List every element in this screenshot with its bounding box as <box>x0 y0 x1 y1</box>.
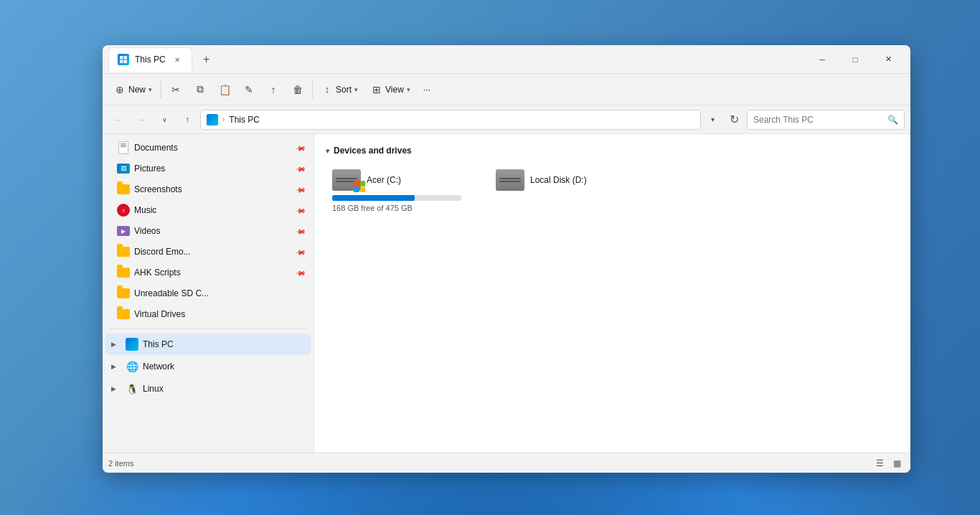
forward-button[interactable]: → <box>131 110 151 130</box>
drive-item-d[interactable]: Local Disk (D:) <box>489 163 647 219</box>
address-separator: › <box>222 115 225 123</box>
new-button[interactable]: ⊕ New ▾ <box>108 81 158 98</box>
address-path: This PC <box>229 115 260 125</box>
title-bar: This PC ✕ + ─ □ ✕ <box>103 45 910 74</box>
tab-close-button[interactable]: ✕ <box>171 54 183 65</box>
copy-button[interactable]: ⧉ <box>189 81 212 98</box>
address-bar: ← → ∨ ↑ › This PC ▾ ↻ 🔍 <box>103 105 910 134</box>
linux-chevron: ▶ <box>111 385 121 392</box>
search-icon: 🔍 <box>887 115 898 125</box>
share-icon: ↑ <box>268 84 279 95</box>
up-button[interactable]: ↑ <box>177 110 197 130</box>
drive-d-icon-container <box>496 169 524 191</box>
new-chevron: ▾ <box>149 86 152 93</box>
cut-icon: ✂ <box>170 84 182 95</box>
tab-strip: This PC ✕ + <box>108 45 806 73</box>
sidebar-videos-label: Videos <box>134 226 292 236</box>
address-input[interactable]: › This PC <box>200 110 701 130</box>
content-area: ▾ Devices and drives <box>314 134 910 453</box>
sidebar-item-discord-emo[interactable]: Discord Emo... 📌 <box>105 242 311 262</box>
new-label: New <box>128 85 146 95</box>
drive-d-header: Local Disk (D:) <box>496 169 641 191</box>
search-box[interactable]: 🔍 <box>747 110 905 130</box>
refresh-button[interactable]: ↻ <box>724 110 744 130</box>
grid-view-button[interactable]: ▦ <box>889 455 905 471</box>
sort-label: Sort <box>336 85 352 95</box>
sidebar-item-music[interactable]: ♪ Music 📌 <box>105 200 311 220</box>
svg-rect-3 <box>124 60 128 64</box>
svg-rect-0 <box>120 56 123 60</box>
search-input[interactable] <box>753 115 883 125</box>
sidebar-ahk-scripts-label: AHK Scripts <box>134 268 292 278</box>
sidebar-item-screenshots[interactable]: Screenshots 📌 <box>105 179 311 199</box>
main-area: Documents 📌 🖼 Pictures 📌 Screenshots 📌 <box>103 134 910 453</box>
view-button[interactable]: ⊞ View ▾ <box>365 81 416 98</box>
list-view-button[interactable]: ☰ <box>872 455 887 471</box>
windows-logo-icon <box>354 181 365 192</box>
maximize-button[interactable]: □ <box>839 48 872 71</box>
pin-icon-pictures: 📌 <box>295 163 306 174</box>
sidebar-screenshots-label: Screenshots <box>134 184 292 194</box>
pin-icon-ahk: 📌 <box>295 267 306 278</box>
address-dropdown-icon: ▾ <box>711 115 715 123</box>
sidebar-network-label: Network <box>143 362 305 372</box>
close-button[interactable]: ✕ <box>872 48 905 71</box>
sidebar-item-ahk-scripts[interactable]: AHK Scripts 📌 <box>105 263 311 283</box>
sidebar-item-linux[interactable]: ▶ 🐧 Linux <box>105 378 311 400</box>
documents-icon <box>117 141 130 154</box>
toolbar-sep-1 <box>161 81 161 98</box>
refresh-icon: ↻ <box>730 113 739 126</box>
sidebar-item-videos[interactable]: ▶ Videos 📌 <box>105 221 311 241</box>
sidebar-linux-label: Linux <box>143 384 305 394</box>
sidebar-item-this-pc[interactable]: ▶ This PC <box>105 334 311 355</box>
section-collapse-chevron[interactable]: ▾ <box>326 147 329 155</box>
minimize-button[interactable]: ─ <box>806 48 839 71</box>
toolbar-sep-2 <box>312 81 313 98</box>
drive-c-name: Acer (C:) <box>367 175 477 185</box>
screenshots-icon <box>117 183 130 196</box>
win-logo-yellow <box>360 187 366 193</box>
rename-button[interactable]: ✎ <box>237 81 260 98</box>
tab-this-pc-label: This PC <box>135 55 166 65</box>
pin-icon-music: 📌 <box>295 204 306 216</box>
sidebar-unreadable-sd-label: Unreadable SD C... <box>134 288 305 298</box>
more-label: ··· <box>423 85 430 95</box>
sidebar-item-documents[interactable]: Documents 📌 <box>105 138 311 158</box>
toolbar: ⊕ New ▾ ✂ ⧉ 📋 ✎ ↑ 🗑 ↕ Sort ▾ ⊞ <box>103 74 910 105</box>
item-count: 2 items <box>108 459 133 468</box>
dropdown-history-button[interactable]: ∨ <box>154 110 174 130</box>
win-logo-blue <box>354 187 359 193</box>
music-icon: ♪ <box>117 204 130 217</box>
view-chevron: ▾ <box>407 86 410 93</box>
tab-this-pc[interactable]: This PC ✕ <box>108 47 192 72</box>
drive-c-hdd-line-1 <box>336 178 357 179</box>
sidebar-item-pictures[interactable]: 🖼 Pictures 📌 <box>105 159 311 179</box>
back-icon: ← <box>114 115 123 125</box>
sidebar: Documents 📌 🖼 Pictures 📌 Screenshots 📌 <box>103 134 314 453</box>
svg-rect-1 <box>124 56 128 60</box>
pin-icon: 📌 <box>295 142 306 153</box>
cut-button[interactable]: ✂ <box>164 81 187 98</box>
share-button[interactable]: ↑ <box>262 81 285 98</box>
more-button[interactable]: ··· <box>418 82 436 98</box>
delete-icon: 🗑 <box>292 84 303 95</box>
sort-button[interactable]: ↕ Sort ▾ <box>316 81 364 98</box>
rename-icon: ✎ <box>243 84 255 95</box>
sidebar-item-unreadable-sd[interactable]: Unreadable SD C... <box>105 283 311 303</box>
add-tab-button[interactable]: + <box>195 48 218 71</box>
back-button[interactable]: ← <box>108 110 128 130</box>
this-pc-icon <box>126 338 138 351</box>
sidebar-item-virtual-drives[interactable]: Virtual Drives <box>105 304 311 324</box>
forward-icon: → <box>137 115 146 125</box>
drive-c-info: Acer (C:) <box>367 175 477 185</box>
address-dropdown-button[interactable]: ▾ <box>704 110 721 130</box>
copy-icon: ⧉ <box>194 84 206 95</box>
drive-item-c[interactable]: Acer (C:) 168 GB free of 475 GB <box>326 163 484 219</box>
sidebar-item-network[interactable]: ▶ 🌐 Network <box>105 356 311 377</box>
drive-c-header: Acer (C:) <box>332 169 477 191</box>
pin-icon-videos: 📌 <box>295 225 306 237</box>
delete-button[interactable]: 🗑 <box>286 81 309 98</box>
paste-button[interactable]: 📋 <box>213 81 236 98</box>
drive-c-progress-fill <box>332 195 415 201</box>
pin-icon-discord: 📌 <box>295 246 306 258</box>
